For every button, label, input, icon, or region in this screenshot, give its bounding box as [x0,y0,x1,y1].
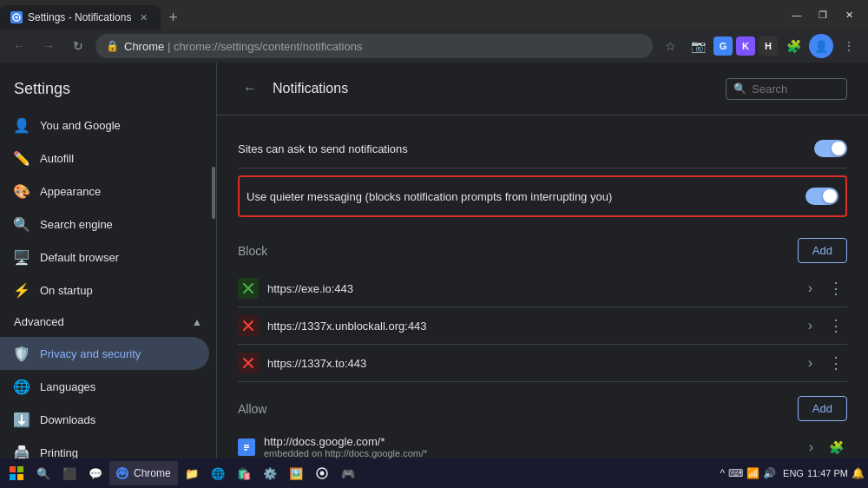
tab-close-button[interactable]: ✕ [136,10,150,24]
task-view-button[interactable]: ⬛ [57,461,82,485]
sites-ask-row: Sites can ask to send notifications [238,129,847,168]
header-search-box[interactable]: 🔍 [726,78,847,100]
time-display: 11:47 PM [807,467,848,479]
google-account-icon[interactable]: G [713,36,733,56]
svg-rect-11 [10,474,16,480]
allow-label: Allow [238,402,266,416]
url-host: Chrome [124,40,164,53]
allow-add-button[interactable]: Add [798,396,847,421]
1337x-url: https://1337x.to:443 [267,357,796,370]
file-explorer-button[interactable]: 📁 [180,461,204,485]
sidebar-item-label-default-browser: Default browser [40,251,119,264]
sidebar-item-label-on-startup: On startup [40,284,93,297]
downloads-icon: ⬇️ [14,412,30,427]
title-bar: Settings - Notifications ✕ + — ❐ ✕ [0,0,868,30]
sidebar-item-default-browser[interactable]: 🖥️ Default browser [0,241,209,274]
sidebar-item-you-google[interactable]: 👤 You and Google [0,109,209,142]
sidebar-item-printing[interactable]: 🖨️ Printing [0,436,209,458]
url-bar[interactable]: 🔒 Chrome | chrome://settings/content/not… [95,34,653,58]
screenshot-icon[interactable]: 📷 [686,34,710,58]
start-button[interactable] [3,461,30,485]
block-add-button[interactable]: Add [798,238,847,263]
unblockall-url: https://1337x.unblockall.org:443 [267,320,796,333]
svg-rect-3 [244,445,249,446]
sidebar-item-label-autofill: Autofill [40,152,74,165]
autofill-icon: ✏️ [14,150,30,166]
widgets-button[interactable]: 💬 [83,461,108,485]
advanced-section-header[interactable]: Advanced ▲ [0,307,216,337]
sidebar-item-search-engine[interactable]: 🔍 Search engine [0,208,209,241]
unblockall-icon [238,315,259,336]
extension-puzzle-icon[interactable]: 🧩 [781,34,806,58]
exe-io-arrow[interactable]: › [805,277,816,300]
docs-puzzle-icon[interactable]: 🧩 [825,437,847,458]
sidebar-item-label-search-engine: Search engine [40,218,113,231]
restore-button[interactable]: ❐ [811,6,835,23]
chrome-taskbar2-button[interactable] [310,461,334,485]
close-button[interactable]: ✕ [837,6,861,23]
unblockall-arrow[interactable]: › [805,314,816,337]
svg-rect-4 [244,446,249,448]
keyboard-icon[interactable]: ⌨ [728,467,743,479]
scroll-indicator [212,167,215,219]
sidebar-title: Settings [0,73,216,109]
wifi-icon[interactable]: 📶 [746,467,760,479]
notification-bell[interactable]: 🔔 [852,467,865,479]
search-taskbar-button[interactable]: 🔍 [31,461,56,485]
block-item-exe-io: https://exe.io:443 › ⋮ [238,270,847,307]
system-icons: ^ ⌨ 📶 🔊 [716,467,779,479]
default-browser-icon: 🖥️ [14,249,30,265]
settings-taskbar-button[interactable]: ⚙️ [258,461,282,485]
sidebar-item-on-startup[interactable]: ⚡ On startup [0,274,209,307]
main-content: Settings 👤 You and Google ✏️ Autofill 🎨 … [0,63,868,458]
taskbar: 🔍 ⬛ 💬 Chrome 📁 🌐 🛍️ ⚙️ 🖼️ 🎮 ^ ⌨ 📶 🔊 ENG … [0,458,868,488]
back-nav-button[interactable]: ← [7,34,31,58]
1337x-menu[interactable]: ⋮ [825,352,847,374]
taskbar-right: ^ ⌨ 📶 🔊 ENG 11:47 PM 🔔 [716,467,865,479]
active-tab[interactable]: Settings - Notifications ✕ [0,5,161,30]
back-button[interactable]: ← [238,76,262,101]
docs-text-container: http://docs.google.com/* embedded on htt… [264,435,797,458]
sidebar-item-label-privacy-security: Privacy and security [40,347,141,360]
new-tab-button[interactable]: + [161,5,185,30]
exe-io-menu[interactable]: ⋮ [825,277,847,300]
bookmark-button[interactable]: ☆ [658,34,682,58]
chrome-taskbar-item[interactable]: Chrome [109,461,178,485]
toolbar-icons: ☆ 📷 G K H 🧩 👤 ⋮ [658,34,861,58]
quieter-messaging-label: Use quieter messaging (blocks notificati… [247,190,612,203]
minimize-button[interactable]: — [785,6,809,23]
header-search-input[interactable] [752,82,838,96]
volume-icon[interactable]: 🔊 [763,467,776,479]
profile-avatar[interactable]: 👤 [809,34,833,58]
h-icon[interactable]: H [759,36,778,56]
extra-button[interactable]: 🎮 [336,461,360,485]
printing-icon: 🖨️ [14,445,30,458]
sidebar-item-privacy-security[interactable]: 🛡️ Privacy and security [0,337,209,370]
window-controls: — ❐ ✕ [778,0,868,30]
sidebar-item-appearance[interactable]: 🎨 Appearance [0,175,209,208]
docs-arrow[interactable]: › [806,436,817,458]
advanced-label: Advanced [14,315,64,328]
kotlin-icon[interactable]: K [736,36,755,56]
photos-button[interactable]: 🖼️ [284,461,308,485]
docs-url: http://docs.google.com/* [264,435,797,448]
you-google-icon: 👤 [14,117,30,133]
reload-button[interactable]: ↻ [66,34,90,58]
url-text: Chrome | chrome://settings/content/notif… [124,40,362,53]
menu-button[interactable]: ⋮ [837,34,861,58]
forward-nav-button[interactable]: → [36,34,61,58]
security-icon: 🔒 [106,40,119,52]
chevron-up-icon[interactable]: ^ [720,467,725,479]
unblockall-menu[interactable]: ⋮ [825,314,847,337]
sites-ask-toggle[interactable] [814,140,847,157]
chrome-taskbar-label: Chrome [134,467,171,479]
1337x-icon [238,353,259,373]
sidebar-item-downloads[interactable]: ⬇️ Downloads [0,403,209,436]
quieter-messaging-toggle[interactable] [806,188,838,205]
sidebar-item-languages[interactable]: 🌐 Languages [0,370,209,403]
1337x-arrow[interactable]: › [805,352,816,374]
sidebar-item-autofill[interactable]: ✏️ Autofill [0,142,209,175]
store-button[interactable]: 🛍️ [232,461,256,485]
edge-button[interactable]: 🌐 [206,461,230,485]
allow-item-docs: http://docs.google.com/* embedded on htt… [238,428,847,458]
